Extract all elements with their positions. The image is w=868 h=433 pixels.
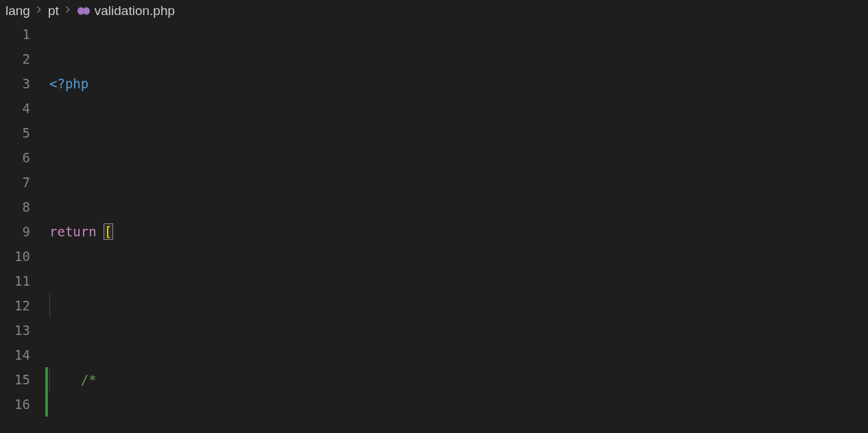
line-number: 16 — [0, 392, 30, 417]
line-number: 4 — [0, 96, 30, 121]
php-file-icon — [77, 6, 91, 16]
code-line[interactable] — [49, 145, 868, 170]
line-number: 15 — [0, 367, 30, 392]
breadcrumb: lang pt validation.php — [0, 0, 868, 22]
breadcrumb-item-pt[interactable]: pt — [48, 3, 59, 18]
line-number: 7 — [0, 170, 30, 195]
modified-line-indicator — [45, 367, 48, 417]
chevron-right-icon — [63, 5, 73, 17]
svg-point-1 — [83, 8, 90, 15]
line-number: 11 — [0, 269, 30, 293]
line-number: 9 — [0, 219, 30, 244]
code-line[interactable] — [49, 293, 868, 318]
line-number: 13 — [0, 318, 30, 343]
line-number: 1 — [0, 22, 30, 47]
code-line[interactable]: <?php — [49, 71, 868, 96]
code-editor[interactable]: 1 2 3 4 5 6 7 8 9 10 11 12 13 14 15 16 <… — [0, 22, 868, 433]
line-number: 8 — [0, 195, 30, 219]
line-number-gutter: 1 2 3 4 5 6 7 8 9 10 11 12 13 14 15 16 — [0, 22, 49, 433]
line-number: 10 — [0, 244, 30, 269]
code-line[interactable]: return [ — [49, 219, 868, 244]
bracket-match-highlight: [ — [104, 223, 112, 240]
line-number: 6 — [0, 145, 30, 170]
line-number: 2 — [0, 47, 30, 71]
line-number: 5 — [0, 121, 30, 145]
breadcrumb-item-lang[interactable]: lang — [5, 3, 30, 18]
line-number: 14 — [0, 343, 30, 367]
code-line[interactable]: /* — [49, 367, 868, 392]
line-number: 12 — [0, 293, 30, 318]
breadcrumb-item-file[interactable]: validation.php — [95, 3, 175, 18]
line-number: 3 — [0, 71, 30, 96]
chevron-right-icon — [34, 5, 44, 17]
code-content[interactable]: <?php return [ /* |---------------------… — [49, 22, 868, 433]
